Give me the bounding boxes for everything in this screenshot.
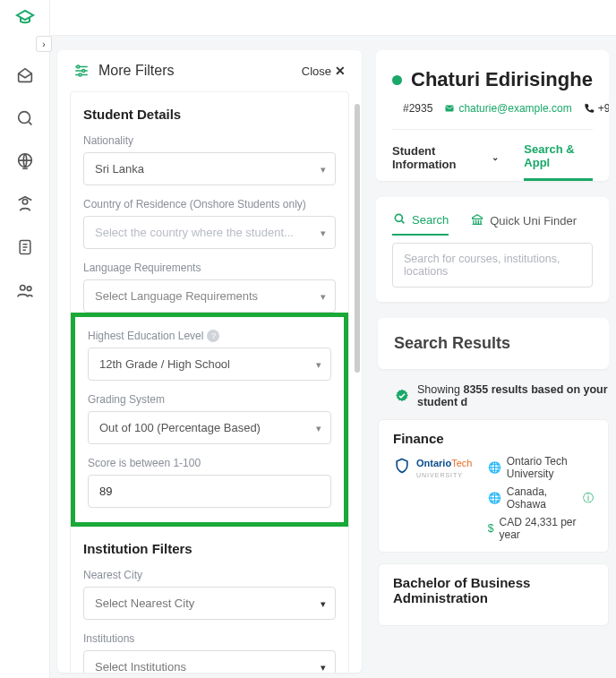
language-req-label: Language Requirements: [83, 262, 336, 274]
svg-point-4: [20, 286, 25, 291]
grading-system-select[interactable]: Out of 100 (Percentage Based): [88, 411, 331, 444]
filters-panel: More Filters Close ✕ Student Details Nat…: [57, 50, 362, 673]
result-card-1[interactable]: Finance OntarioTech UNIVERSITY 🌐Ontario …: [378, 419, 609, 553]
student-icon[interactable]: [14, 193, 36, 215]
search-input[interactable]: Search for courses, institutions, locati…: [392, 243, 593, 288]
institutions-placeholder: Select Institutions: [95, 660, 186, 673]
filters-icon: [73, 63, 90, 79]
results-block: Search Results Showing 8355 results base…: [378, 318, 609, 637]
globe-small-icon: 🌐: [488, 461, 501, 474]
globe-icon[interactable]: [14, 150, 36, 172]
search-tab-search[interactable]: Search: [392, 211, 449, 236]
student-phone[interactable]: +94552: [583, 102, 609, 115]
country-residence-placeholder: Select the country where the student...: [95, 226, 294, 239]
money-icon: $: [488, 522, 494, 535]
course-title: Finance: [393, 431, 594, 446]
inbox-icon[interactable]: [14, 64, 36, 86]
search-tab-quick-uni[interactable]: Quick Uni Finder: [470, 211, 577, 236]
svg-point-2: [22, 200, 28, 205]
search-panel: Search Quick Uni Finder Search for cours…: [376, 197, 609, 302]
right-column: Chaturi Edirisinghe #2935 chaturie@examp…: [376, 50, 609, 678]
student-details-heading: Student Details: [71, 107, 348, 131]
grading-system-label: Grading System: [88, 393, 331, 406]
filters-title: More Filters: [73, 63, 174, 79]
score-label: Score is between 1-100: [88, 457, 331, 469]
app-logo[interactable]: [14, 7, 36, 29]
student-name: Chaturi Edirisinghe: [411, 68, 593, 91]
shield-icon: [393, 455, 411, 481]
svg-point-0: [18, 112, 30, 124]
search-input-placeholder: Search for courses, institutions, locati…: [404, 253, 560, 278]
university-details: 🌐Ontario Tech University 🌐Canada, Oshawa…: [488, 455, 594, 541]
language-req-select[interactable]: Select Language Requirements: [83, 279, 336, 313]
users-icon[interactable]: [14, 279, 36, 301]
result-card-2[interactable]: Bachelor of Business Administration: [378, 563, 609, 626]
chevron-down-icon: ⌄: [492, 152, 499, 162]
svg-point-5: [27, 287, 31, 291]
phone-icon: [583, 102, 595, 115]
nationality-select[interactable]: Sri Lanka: [83, 152, 336, 185]
country-residence-select[interactable]: Select the country where the student...: [83, 216, 336, 249]
check-badge-icon: [394, 388, 410, 404]
document-icon[interactable]: [14, 236, 36, 258]
nearest-city-label: Nearest City: [83, 569, 336, 581]
nearest-city-select[interactable]: Select Nearest City: [83, 587, 336, 620]
filters-title-text: More Filters: [98, 63, 174, 79]
score-input[interactable]: 89: [88, 475, 331, 508]
search-tab-icon: [392, 211, 406, 226]
nationality-label: Nationality: [83, 134, 336, 147]
highest-edu-select[interactable]: 12th Grade / High School: [88, 348, 331, 381]
highest-edu-label: Highest Education Level ?: [88, 330, 331, 342]
svg-point-8: [79, 73, 81, 76]
filters-body: Student Details Nationality Sri Lanka Co…: [70, 91, 349, 673]
student-id: #2935: [403, 102, 432, 115]
student-tabs: Student Information ⌄ Search & Appl: [392, 129, 593, 181]
svg-rect-9: [446, 106, 454, 112]
student-header-panel: Chaturi Edirisinghe #2935 chaturie@examp…: [376, 50, 609, 181]
expand-sidebar-button[interactable]: ›: [36, 36, 52, 52]
scrollbar-thumb[interactable]: [355, 104, 360, 373]
institutions-label: Institutions: [83, 632, 336, 645]
university-logo: OntarioTech UNIVERSITY: [393, 455, 474, 481]
status-dot: [392, 75, 402, 85]
close-filters-button[interactable]: Close ✕: [302, 64, 346, 78]
institutions-select[interactable]: Select Institutions: [83, 650, 336, 673]
grading-system-value: Out of 100 (Percentage Based): [99, 421, 261, 434]
svg-point-7: [82, 70, 85, 73]
close-label: Close: [302, 64, 331, 78]
highlighted-filters: Highest Education Level ? 12th Grade / H…: [71, 313, 348, 527]
course-title: Bachelor of Business Administration: [393, 575, 594, 605]
nationality-value: Sri Lanka: [95, 162, 144, 176]
nearest-city-placeholder: Select Nearest City: [95, 596, 194, 610]
extra-icon: ⓘ: [583, 491, 594, 506]
svg-point-6: [77, 65, 80, 68]
results-summary: Showing 8355 results based on your stude…: [394, 383, 609, 408]
sidebar: [0, 0, 50, 678]
email-icon: [443, 103, 456, 114]
student-email[interactable]: chaturie@example.com: [443, 102, 571, 115]
score-value: 89: [99, 485, 112, 498]
close-icon: ✕: [335, 64, 346, 78]
uni-icon: [470, 212, 484, 227]
results-title: Search Results: [394, 334, 593, 353]
search-icon[interactable]: [14, 107, 36, 129]
location-icon: 🌐: [488, 492, 501, 504]
country-residence-label: Country of Residence (Onshore Students o…: [83, 198, 336, 210]
language-req-placeholder: Select Language Requirements: [95, 289, 258, 303]
tab-search-apply[interactable]: Search & Appl: [524, 133, 593, 181]
highest-edu-value: 12th Grade / High School: [99, 357, 230, 371]
institution-filters-heading: Institution Filters: [71, 536, 348, 565]
svg-point-10: [395, 214, 402, 221]
info-icon[interactable]: ?: [207, 330, 219, 342]
tab-student-info[interactable]: Student Information ⌄: [392, 133, 499, 181]
